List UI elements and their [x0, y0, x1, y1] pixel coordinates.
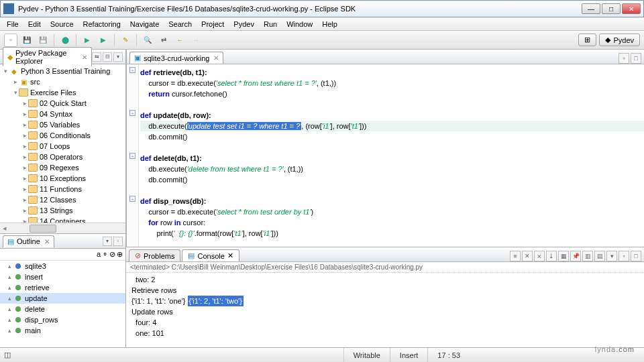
run-last-button[interactable]: ▶ [97, 34, 110, 47]
editor-tabbar: ▣ sqlite3-crud-working ✕ ▫ □ [127, 50, 644, 64]
console-clear-icon[interactable]: ▦ [558, 251, 569, 261]
package-explorer-tab[interactable]: ◆ Pydev Package Explorer ✕ [3, 47, 92, 66]
close-icon[interactable]: ✕ [82, 54, 87, 61]
view-menu-icon[interactable]: ▾ [113, 52, 123, 62]
outline-item[interactable]: ▴update [0, 293, 125, 304]
fold-icon[interactable]: - [129, 110, 136, 116]
tree-item[interactable]: ▸12 Classes [0, 194, 125, 205]
console-pin-icon[interactable]: 📌 [570, 251, 581, 261]
editor-tab[interactable]: ▣ sqlite3-crud-working ✕ [129, 52, 223, 64]
filter-icon[interactable]: ⚬ [102, 250, 108, 259]
nav-button[interactable]: ⇄ [157, 34, 170, 47]
menu-source[interactable]: Source [46, 19, 78, 29]
fold-icon[interactable]: - [129, 153, 136, 159]
problems-tab-label: Problems [144, 252, 174, 260]
tree-item[interactable]: ▸02 Quick Start [0, 98, 125, 109]
tree-item[interactable]: ▸04 Syntax [0, 109, 125, 119]
search-button[interactable]: 🔍 [141, 34, 154, 47]
menu-help[interactable]: Help [318, 19, 341, 29]
close-icon[interactable]: ✕ [44, 238, 50, 245]
horizontal-scrollbar[interactable]: ◂ [0, 223, 125, 233]
tree-item[interactable]: ▸13 Strings [0, 205, 125, 216]
console-stop-icon[interactable]: ■ [510, 251, 521, 261]
outline-min-icon[interactable]: ▫ [113, 237, 123, 246]
tree-item[interactable]: ▸07 Loops [0, 141, 125, 152]
console-new-icon[interactable]: ▾ [606, 251, 617, 261]
close-button[interactable]: ✕ [622, 3, 641, 14]
outline-header: ▤ Outline ✕ ▾ ▫ [0, 234, 125, 249]
hide-icon[interactable]: ⊘ [109, 250, 115, 259]
outline-item[interactable]: ▴retrieve [0, 282, 125, 293]
console-remove-icon[interactable]: ✕ [522, 251, 533, 261]
console-output[interactable]: two: 2 Retrieve rows {'i1': 1, 't1': 'on… [126, 273, 644, 347]
minimize-button[interactable]: — [582, 3, 600, 14]
outline-tab[interactable]: ▤ Outline ✕ [3, 235, 54, 247]
expand-icon[interactable]: ⊕ [117, 250, 123, 259]
sort-icon[interactable]: a [97, 250, 101, 259]
console-open-icon[interactable]: ▤ [594, 251, 605, 261]
pydev-perspective[interactable]: ◆ Pydev [599, 34, 640, 46]
menu-project[interactable]: Project [197, 19, 228, 29]
outline-item[interactable]: ▴disp_rows [0, 314, 125, 325]
console-min-icon[interactable]: ▫ [619, 251, 629, 261]
menu-run[interactable]: Run [260, 19, 281, 29]
menu-file[interactable]: File [3, 19, 23, 29]
debug-button[interactable]: ⬤ [58, 34, 72, 47]
tree-item[interactable]: ▸14 Containers [0, 216, 125, 223]
console-tab-label: Console [197, 252, 224, 260]
tree-item[interactable]: ▸10 Exceptions [0, 173, 125, 184]
close-icon[interactable]: ✕ [213, 54, 219, 62]
problems-tab[interactable]: ⊘Problems [129, 249, 180, 261]
outline-item[interactable]: ▴main [0, 325, 125, 336]
close-icon[interactable]: ✕ [227, 251, 233, 260]
fold-icon[interactable]: - [129, 196, 136, 202]
tree-item[interactable]: ▸11 Functions [0, 184, 125, 194]
save-button[interactable]: 💾 [20, 34, 34, 47]
wand-button[interactable]: ✎ [119, 34, 132, 47]
console-display-icon[interactable]: ▥ [582, 251, 593, 261]
outline-title: Outline [17, 237, 40, 245]
fold-icon[interactable]: - [129, 67, 136, 73]
code-content: def retrieve(db, t1): cursor = db.execut… [140, 67, 644, 239]
back-button[interactable]: ← [173, 34, 186, 47]
menu-navigate[interactable]: Navigate [126, 19, 163, 29]
save-all-button[interactable]: 💾 [36, 34, 50, 47]
outline-item[interactable]: ▴sqlite3 [0, 261, 125, 272]
menu-refactoring[interactable]: Refactoring [79, 19, 125, 29]
maximize-button[interactable]: □ [602, 3, 621, 14]
outline-item[interactable]: ▴insert [0, 272, 125, 282]
console-scroll-icon[interactable]: ⤓ [546, 251, 557, 261]
editor-max-icon[interactable]: □ [631, 53, 641, 64]
status-cursor-position: 17 : 53 [427, 348, 470, 362]
tree-item[interactable]: ▸06 Conditionals [0, 130, 125, 141]
tree-item[interactable]: ▸09 Regexes [0, 162, 125, 173]
bottom-tabbar: ⊘Problems ▤Console✕ ■ ✕ ⨯ ⤓ ▦ 📌 ▥ ▤ ▾ ▫ … [126, 247, 644, 262]
console-max-icon[interactable]: □ [631, 251, 641, 261]
run-button[interactable]: ▶ [80, 34, 94, 47]
outline-list[interactable]: ▴sqlite3▴insert▴retrieve▴update▴delete▴d… [0, 261, 125, 336]
tree-item[interactable]: ▾Exercise Files [0, 87, 125, 98]
tree-item[interactable]: ▸08 Operators [0, 152, 125, 162]
open-perspective-button[interactable]: ⊞ [578, 34, 596, 46]
outline-menu-icon[interactable]: ▾ [103, 237, 112, 246]
editor-min-icon[interactable]: ▫ [619, 53, 629, 64]
menu-search[interactable]: Search [164, 19, 196, 29]
console-removeall-icon[interactable]: ⨯ [534, 251, 545, 261]
code-editor[interactable]: - - - - def retrieve(db, t1): cursor = d… [127, 64, 644, 247]
menu-edit[interactable]: Edit [24, 19, 45, 29]
forward-button[interactable]: → [189, 34, 203, 47]
menu-pydev[interactable]: Pydev [229, 19, 258, 29]
tree-item[interactable]: ▸05 Variables [0, 119, 125, 130]
collapse-all-icon[interactable]: ⇆ [92, 52, 101, 62]
package-explorer-tree[interactable]: ▾◆Python 3 Essential Training▸▣src▾Exerc… [0, 64, 125, 223]
outline-item[interactable]: ▴delete [0, 304, 125, 314]
new-button[interactable]: ▫ [4, 34, 17, 47]
window-title: Pydev - Python 3 Essential Training/Exer… [18, 5, 356, 13]
eclipse-icon [3, 3, 14, 14]
main-toolbar: ▫ 💾 💾 ⬤ ▶ ▶ ✎ 🔍 ⇄ ← → ⊞ ◆ Pydev [0, 31, 644, 50]
perspective-label: Pydev [613, 36, 634, 44]
menu-window[interactable]: Window [282, 19, 317, 29]
link-editor-icon[interactable]: ⊟ [103, 52, 112, 62]
console-tab[interactable]: ▤Console✕ [182, 249, 239, 261]
tree-item[interactable]: ▸▣src [0, 76, 125, 87]
